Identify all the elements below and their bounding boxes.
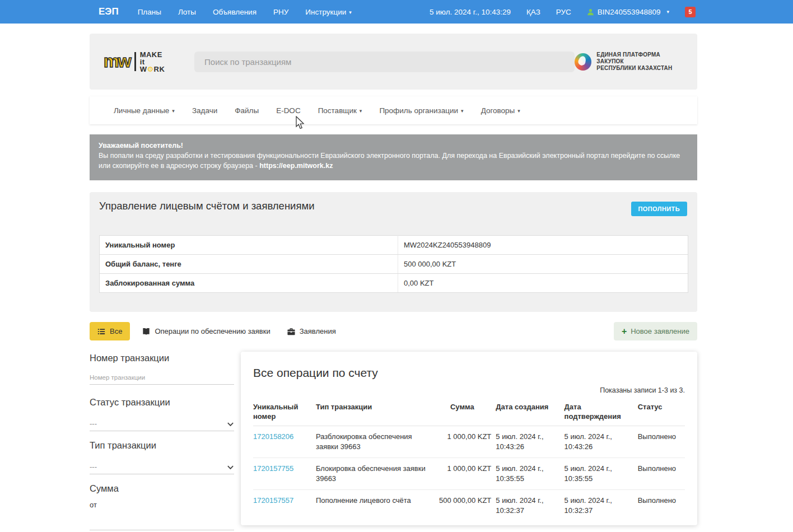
transaction-type-select[interactable]: --- (90, 459, 234, 474)
chevron-down-icon: ▾ (172, 108, 175, 114)
nav-tasks[interactable]: Задачи (192, 106, 217, 115)
account-row-label: Заблокированная сумма (100, 274, 398, 293)
table-row: 1720157755 Блокировка обеспечения заявки… (253, 458, 685, 490)
filter-type-label: Тип транзакции (90, 440, 234, 451)
user-icon (587, 8, 594, 16)
search-input[interactable] (194, 52, 575, 72)
tab-all[interactable]: Все (90, 322, 130, 340)
transaction-id-link[interactable]: 1720158206 (253, 432, 293, 441)
main-navbar: Личные данные▾ Задачи Файлы E-DOC Постав… (90, 96, 697, 124)
notice-body: Вы попали на среду разработки и тестиров… (99, 151, 688, 171)
topnav-instructions-label: Инструкции (305, 8, 346, 16)
account-row-value: MW2024KZ240553948809 (398, 236, 688, 255)
status-badge: Выполнено (638, 458, 685, 490)
created-datetime: 5 июл. 2024 г.,10:32:37 (496, 490, 564, 522)
table-row: Общий баланс, тенге 500 000,00 KZT (100, 255, 688, 274)
page: ЕЭП Планы Лоты Объявления РНУ Инструкции… (0, 0, 793, 532)
topnav-item-rnu[interactable]: РНУ (273, 8, 288, 16)
table-row: Уникальный номер MW2024KZ240553948809 (100, 236, 688, 255)
tab-bid-security-operations[interactable]: Операции по обеспечению заявки (142, 327, 270, 335)
chevron-down-icon: ▾ (349, 10, 352, 15)
book-icon (142, 328, 150, 335)
chevron-down-icon: ▾ (517, 108, 520, 114)
filter-status-label: Статус транзакции (90, 397, 234, 408)
topbar-right: 5 июл. 2024 г., 10:43:29 ҚАЗ РУС BIN2405… (430, 7, 696, 17)
col-unique-number: Уникальный номер (253, 398, 316, 426)
transaction-filters: Номер транзакции Статус транзакции --- Т… (90, 353, 234, 532)
transaction-type: Блокировка обеспечения заявки 39663 (316, 458, 435, 490)
transaction-type: Пополнение лицевого счёта (316, 490, 435, 522)
created-datetime: 5 июл. 2024 г.,10:35:55 (496, 458, 564, 490)
transaction-amount: 1 000,00 KZT (435, 458, 496, 490)
chevron-down-icon (227, 464, 234, 471)
operations-table: Уникальный номер Тип транзакции Сумма Да… (253, 398, 685, 521)
filter-amount-label: Сумма (90, 483, 234, 494)
test-environment-notice: Уважаемый посетитель! Вы попали на среду… (90, 134, 697, 180)
tab-all-label: Все (110, 327, 122, 335)
tab-ops-label: Операции по обеспечению заявки (155, 327, 270, 335)
status-select-value: --- (90, 419, 97, 428)
topnav-item-lots[interactable]: Лоты (178, 8, 196, 16)
nav-contracts[interactable]: Договоры▾ (481, 106, 520, 115)
nav-supplier[interactable]: Поставщик▾ (318, 106, 362, 115)
lang-kaz-link[interactable]: ҚАЗ (526, 8, 540, 16)
confirmed-datetime: 5 июл. 2024 г.,10:32:37 (565, 490, 638, 522)
logo-text: MAKE it W⚙RK (140, 51, 169, 73)
transaction-id-link[interactable]: 1720157557 (253, 496, 293, 505)
new-application-button[interactable]: + Новое заявление (614, 322, 697, 340)
transaction-amount: 500 000,00 KZT (435, 490, 496, 522)
notification-badge[interactable]: 5 (685, 7, 696, 17)
nav-org-profile[interactable]: Профиль организации▾ (379, 106, 463, 115)
topnav-item-instructions[interactable]: Инструкции▾ (305, 8, 351, 16)
table-row: 1720157557 Пополнение лицевого счёта 500… (253, 490, 685, 522)
eep-portal-link[interactable]: https://eep.mitwork.kz (259, 162, 333, 170)
operations-title: Все операции по счету (253, 366, 685, 380)
transactions-tabs: Все Операции по обеспечению заявки Заявл… (90, 322, 697, 340)
logo-work-label: W⚙RK (140, 65, 165, 73)
header-card: mw MAKE it W⚙RK ЕДИНАЯ ПЛАТФОРМА ЗАКУПОК… (90, 34, 697, 90)
confirmed-datetime: 5 июл. 2024 г.,10:35:55 (565, 458, 638, 490)
brand-eep[interactable]: ЕЭП (99, 6, 119, 17)
transaction-amount: 1 000,00 KZT (435, 426, 496, 458)
account-summary-table: Уникальный номер MW2024KZ240553948809 Об… (99, 235, 688, 293)
created-datetime: 5 июл. 2024 г.,10:43:26 (496, 426, 564, 458)
table-header-row: Уникальный номер Тип транзакции Сумма Да… (253, 398, 685, 426)
transaction-number-input[interactable] (90, 370, 234, 385)
col-created-date: Дата создания (496, 398, 564, 426)
chevron-down-icon: ▾ (666, 9, 669, 15)
user-bin-label: BIN240553948809 (598, 8, 661, 16)
notice-title: Уважаемый посетитель! (99, 141, 688, 151)
logo-make-label: MAKE it (140, 50, 162, 66)
plus-icon: + (622, 328, 627, 335)
topup-button[interactable]: ПОПОЛНИТЬ (631, 202, 687, 216)
amount-from-label: от (90, 501, 234, 509)
tab-apps-label: Заявления (300, 327, 336, 335)
topnav-item-plans[interactable]: Планы (138, 8, 161, 16)
table-row: 1720158206 Разблокировка обеспечения зая… (253, 426, 685, 458)
nav-personal-data[interactable]: Личные данные▾ (114, 106, 175, 115)
procurement-platform-emblem: ЕДИНАЯ ПЛАТФОРМА ЗАКУПОК РЕСПУБЛИКИ КАЗА… (575, 52, 688, 72)
nav-files[interactable]: Файлы (235, 106, 259, 115)
topnav-item-announcements[interactable]: Объявления (213, 8, 256, 16)
transaction-status-select[interactable]: --- (90, 416, 234, 431)
type-select-value: --- (90, 463, 97, 471)
lang-rus-link[interactable]: РУС (556, 8, 571, 16)
amount-from-input[interactable] (90, 516, 234, 530)
makeitwork-logo: mw MAKE it W⚙RK (104, 51, 169, 73)
user-menu[interactable]: BIN240553948809 ▾ (587, 8, 669, 16)
operations-panel: Все операции по счету Показаны записи 1-… (241, 352, 697, 525)
new-application-label: Новое заявление (631, 327, 689, 335)
account-row-label: Общий баланс, тенге (100, 255, 398, 274)
account-management-card: Управление лицевым счётом и заявлениями … (90, 192, 697, 312)
filter-number-label: Номер транзакции (90, 353, 234, 363)
platform-logo-text: ЕДИНАЯ ПЛАТФОРМА ЗАКУПОК РЕСПУБЛИКИ КАЗА… (596, 52, 688, 72)
tab-applications[interactable]: Заявления (287, 327, 336, 335)
gear-icon: ⚙ (147, 65, 153, 73)
chevron-down-icon (227, 421, 234, 428)
nav-edoc[interactable]: E-DOC (276, 106, 301, 115)
transaction-id-link[interactable]: 1720157755 (253, 464, 293, 473)
table-row: Заблокированная сумма 0,00 KZT (100, 274, 688, 293)
col-transaction-type: Тип транзакции (316, 398, 435, 426)
status-badge: Выполнено (638, 490, 685, 522)
confirmed-datetime: 5 июл. 2024 г.,10:43:26 (565, 426, 638, 458)
